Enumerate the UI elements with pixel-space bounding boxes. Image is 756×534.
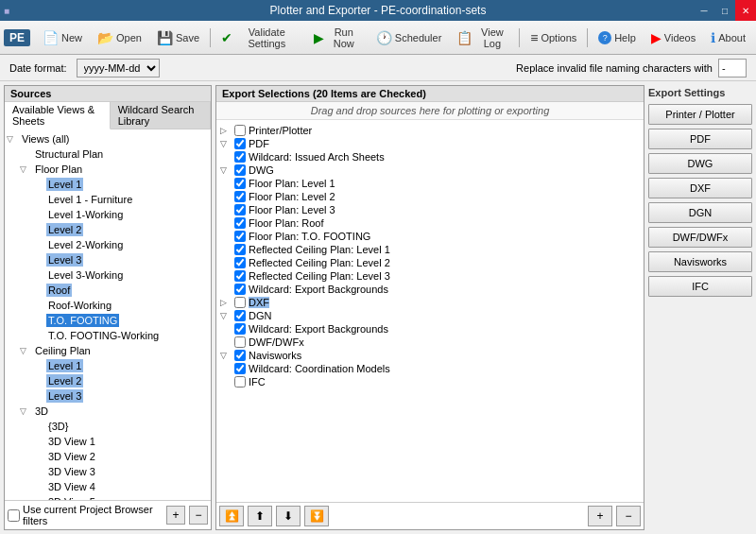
settings-printer-button[interactable]: Printer / Plotter <box>648 104 752 125</box>
list-item[interactable]: Wildcard: Issued Arch Sheets <box>220 150 640 164</box>
export-checkbox[interactable] <box>234 138 246 149</box>
list-item[interactable]: Level 3 <box>7 252 209 267</box>
export-checkbox[interactable] <box>234 363 246 374</box>
export-checkbox[interactable] <box>234 125 246 136</box>
list-item[interactable]: Floor Plan: Level 3 <box>220 203 640 216</box>
list-item[interactable]: 3D View 1 <box>7 434 209 449</box>
settings-dwf-button[interactable]: DWF/DWFx <box>648 227 752 248</box>
replace-input[interactable] <box>718 59 747 78</box>
move-bottom-button[interactable]: ⏬ <box>304 506 329 526</box>
export-checkbox[interactable] <box>234 231 246 242</box>
settings-navisworks-button[interactable]: Navisworks <box>648 251 752 272</box>
list-item[interactable]: ▽ DGN <box>220 309 640 322</box>
list-item[interactable]: Roof-Working <box>7 298 209 313</box>
list-item[interactable]: Roof <box>7 283 209 298</box>
list-item[interactable]: 3D View 2 <box>7 449 209 464</box>
settings-pdf-button[interactable]: PDF <box>648 129 752 149</box>
export-checkbox[interactable] <box>234 257 246 268</box>
list-item[interactable]: Floor Plan: Level 1 <box>220 177 640 190</box>
open-button[interactable]: 📂 Open <box>91 25 148 51</box>
export-remove-button[interactable]: − <box>616 506 641 526</box>
list-item[interactable]: Level 1 <box>7 358 209 373</box>
list-item[interactable]: ▽ 3D <box>7 404 209 419</box>
use-filter-checkbox[interactable] <box>8 509 20 522</box>
list-item[interactable]: Level 3-Working <box>7 267 209 283</box>
sources-remove-button[interactable]: − <box>189 506 208 525</box>
list-item[interactable]: Level 3 <box>7 388 209 404</box>
export-checkbox[interactable] <box>234 164 246 176</box>
save-button[interactable]: 💾 Save <box>150 25 206 51</box>
settings-ifc-button[interactable]: IFC <box>648 276 752 297</box>
about-button[interactable]: ℹ About <box>704 25 752 51</box>
export-checkbox[interactable] <box>234 297 246 308</box>
list-item[interactable]: ▷ Printer/Plotter <box>220 124 640 137</box>
export-checkbox[interactable] <box>234 191 246 202</box>
move-top-button[interactable]: ⏫ <box>219 506 244 526</box>
list-item[interactable]: Floor Plan: T.O. FOOTING <box>220 230 640 243</box>
videos-button[interactable]: ▶ Videos <box>644 25 702 51</box>
list-item[interactable]: Structural Plan <box>7 146 209 162</box>
export-checkbox[interactable] <box>234 310 246 321</box>
export-checkbox[interactable] <box>234 151 246 163</box>
run-now-button[interactable]: ▶ Run Now <box>307 25 368 51</box>
list-item[interactable]: T.O. FOOTING-Working <box>7 328 209 343</box>
list-item[interactable]: ▽ Ceiling Plan <box>7 343 209 358</box>
list-item[interactable]: ▽ PDF <box>220 137 640 150</box>
export-checkbox[interactable] <box>234 284 246 295</box>
list-item[interactable]: Floor Plan: Roof <box>220 216 640 230</box>
new-button[interactable]: 📄 New <box>36 25 89 51</box>
settings-dgn-button[interactable]: DGN <box>648 202 752 223</box>
list-item[interactable]: Wildcard: Export Backgrounds <box>220 283 640 296</box>
sources-tree[interactable]: ▽ Views (all) Structural Plan ▽ Floor Pl… <box>5 129 211 500</box>
list-item[interactable]: ▷ DXF <box>220 296 640 309</box>
list-item[interactable]: Wildcard: Coordination Models <box>220 362 640 375</box>
list-item[interactable]: Level 1-Working <box>7 207 209 222</box>
export-checkbox[interactable] <box>234 178 246 189</box>
list-item[interactable]: DWF/DWFx <box>220 336 640 349</box>
validate-button[interactable]: ✔ Validate Settings <box>215 25 305 51</box>
list-item[interactable]: 3D View 4 <box>7 479 209 494</box>
list-item[interactable]: ▽ Navisworks <box>220 349 640 362</box>
export-checkbox[interactable] <box>234 336 246 348</box>
list-item[interactable]: T.O. FOOTING <box>7 313 209 328</box>
list-item[interactable]: Level 2 <box>7 222 209 237</box>
tab-available-views[interactable]: Available Views & Sheets <box>5 102 111 129</box>
list-item[interactable]: IFC <box>220 375 640 388</box>
settings-dxf-button[interactable]: DXF <box>648 178 752 198</box>
export-checkbox[interactable] <box>234 204 246 215</box>
list-item[interactable]: Reflected Ceiling Plan: Level 3 <box>220 269 640 283</box>
options-button[interactable]: ≡ Options <box>524 25 583 51</box>
export-checkbox[interactable] <box>234 323 246 335</box>
export-add-button[interactable]: + <box>588 506 612 526</box>
list-item[interactable]: Level 2 <box>7 373 209 388</box>
list-item[interactable]: Wildcard: Export Backgrounds <box>220 322 640 336</box>
export-checkbox[interactable] <box>234 376 246 388</box>
list-item[interactable]: Level 1 <box>7 177 209 192</box>
move-up-button[interactable]: ⬆ <box>248 506 272 526</box>
move-down-button[interactable]: ⬇ <box>276 506 301 526</box>
list-item[interactable]: ▽ Views (all) <box>7 131 209 146</box>
list-item[interactable]: {3D} <box>7 419 209 434</box>
export-checkbox[interactable] <box>234 270 246 282</box>
tab-wildcard-library[interactable]: Wildcard Search Library <box>111 102 211 129</box>
settings-dwg-button[interactable]: DWG <box>648 153 752 174</box>
list-item[interactable]: Level 2-Working <box>7 237 209 252</box>
list-item[interactable]: Reflected Ceiling Plan: Level 1 <box>220 243 640 256</box>
list-item[interactable]: ▽ DWG <box>220 164 640 177</box>
view-log-button[interactable]: 📋 View Log <box>450 25 515 51</box>
list-item[interactable]: Floor Plan: Level 2 <box>220 190 640 203</box>
list-item[interactable]: 3D View 3 <box>7 464 209 479</box>
export-checkbox[interactable] <box>234 217 246 229</box>
maximize-button[interactable]: □ <box>714 0 735 21</box>
close-button[interactable]: ✕ <box>735 0 756 21</box>
scheduler-button[interactable]: 🕐 Scheduler <box>369 25 449 51</box>
export-tree[interactable]: ▷ Printer/Plotter ▽ PDF Wildcard: Issued… <box>216 120 644 502</box>
list-item[interactable]: Reflected Ceiling Plan: Level 2 <box>220 256 640 269</box>
date-format-select[interactable]: yyyy-MM-dd MM-dd-yyyy dd-MM-yyyy <box>77 59 160 78</box>
export-checkbox[interactable] <box>234 244 246 255</box>
export-checkbox[interactable] <box>234 350 246 361</box>
minimize-button[interactable]: ─ <box>694 0 714 21</box>
list-item[interactable]: ▽ Floor Plan <box>7 162 209 177</box>
help-button[interactable]: ? Help <box>592 25 643 51</box>
list-item[interactable]: Level 1 - Furniture <box>7 192 209 207</box>
